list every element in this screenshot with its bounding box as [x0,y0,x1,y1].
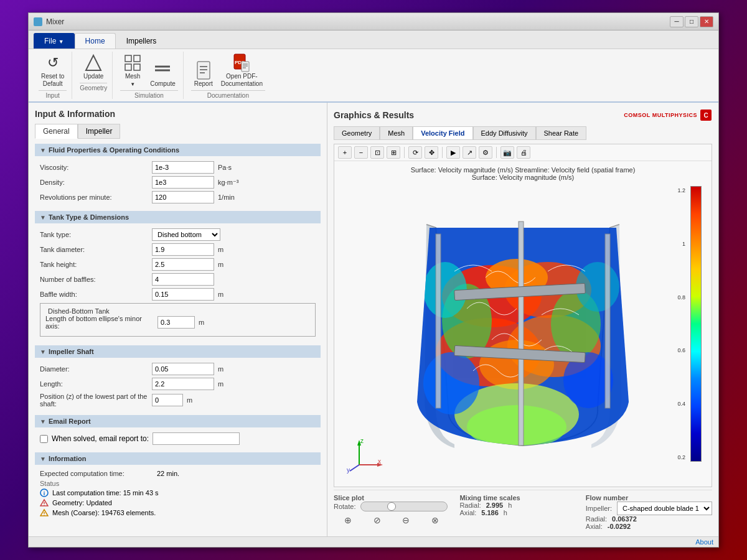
mixing-axial-value: 5.186 [481,509,499,516]
tank-type-select[interactable]: Dished bottom Flat bottom Elliptical bot… [152,228,220,241]
report-button[interactable]: Report [191,59,216,89]
pan-button[interactable]: ✥ [425,146,438,159]
graphics-viewport[interactable]: Surface: Velocity magnitude (m/s) Stream… [334,161,712,487]
svg-rect-2 [134,55,140,62]
shaft-diameter-input[interactable] [152,363,214,375]
computation-time-value: 22 min. [157,470,179,477]
computation-time-label: Expected computation time: [40,470,152,477]
email-report-header[interactable]: ▼ Email Report [35,415,321,427]
reset-to-default-button[interactable]: ↺ Reset toDefault [39,52,67,89]
minimize-button[interactable]: ─ [670,16,684,27]
tank-type-header[interactable]: ▼ Tank Type & Dimensions [35,211,321,223]
baffles-label: Number of baffles: [40,276,152,283]
settings-button[interactable]: ⚙ [479,146,492,159]
gtab-eddy[interactable]: Eddy Diffusivity [473,126,536,140]
ribbon-tab-impellers[interactable]: Impellers [116,33,167,49]
export-button[interactable]: ↗ [463,146,476,159]
density-unit: kg·m⁻³ [218,179,239,187]
fluid-arrow-icon: ▼ [40,147,46,154]
print-button[interactable]: 🖨 [517,146,530,159]
rotate-slider[interactable] [360,502,448,511]
shaft-position-input[interactable] [152,394,183,406]
information-header[interactable]: ▼ Information [35,452,321,465]
tank-diameter-input[interactable] [152,243,214,256]
shaft-length-row: Length: m [40,378,316,390]
slice-icon-4[interactable]: ⊗ [431,515,439,525]
left-panel-tabs: General Impeller [35,124,321,139]
tank-height-input[interactable] [152,258,214,271]
ribbon-tab-home[interactable]: Home [75,33,116,49]
svg-rect-46 [605,234,610,408]
flow-impeller-select[interactable]: C-shaped double blade 1 Rushton turbine [617,502,712,515]
viscosity-input[interactable] [152,161,214,174]
viscosity-unit: Pa·s [218,164,232,171]
gtab-shear[interactable]: Shear Rate [536,126,587,140]
flow-radial-row: Radial: 0.06372 [586,515,712,523]
flow-number-title: Flow number [586,494,712,502]
info-arrow-icon: ▼ [40,455,46,462]
baffle-width-unit: m [218,291,223,298]
ribbon-group-input: ↺ Reset toDefault Input [34,52,72,99]
ribbon-tab-file[interactable]: File ▼ [34,33,75,49]
colorbar: 1.2 1 0.8 0.6 0.4 0.2 [688,186,702,462]
slice-icons: ⊕ ⊘ ⊖ ⊗ [334,514,449,526]
gtab-velocity[interactable]: Velocity Field [413,126,472,140]
tank-height-row: Tank height: m [40,258,316,271]
gtab-mesh[interactable]: Mesh [380,126,413,140]
zoom-in-button[interactable]: + [338,146,352,159]
mesh-icon [123,53,143,73]
slice-icon-3[interactable]: ⊖ [402,515,410,525]
bottom-info: Slice plot Rotate: ⊕ ⊘ ⊖ ⊗ [334,490,712,530]
svg-rect-1 [125,55,131,62]
viscosity-row: Viscosity: Pa·s [40,161,316,174]
about-link[interactable]: About [695,538,713,546]
svg-marker-0 [86,55,101,70]
mixing-axial-label: Axial: [459,509,476,516]
rotate-button[interactable]: ⟳ [408,146,422,159]
tank-type-row: Tank type: Dished bottom Flat bottom Ell… [40,228,316,241]
impeller-shaft-header[interactable]: ▼ Impeller Shaft [35,345,321,358]
svg-point-21 [44,505,45,506]
open-pdf-button[interactable]: PDF Open PDF-Documentation [218,52,265,89]
mesh-button[interactable]: Mesh▼ [120,52,145,89]
maximize-button[interactable]: □ [685,16,698,27]
update-button[interactable]: Update [81,52,106,82]
information-title: Information [49,455,87,462]
svg-text:x: x [378,458,381,465]
density-input[interactable] [152,176,214,189]
ellipse-axis-input[interactable] [157,316,195,329]
compute-button[interactable]: Compute [148,59,178,89]
slice-plot-section: Slice plot Rotate: ⊕ ⊘ ⊖ ⊗ [334,494,449,530]
reset-label: Reset toDefault [41,73,64,88]
zoom-box-button[interactable]: ⊞ [387,146,400,159]
close-button[interactable]: ✕ [700,16,713,27]
status-item-computation: i Last computation time: 15 min 43 s [40,488,316,497]
email-checkbox[interactable] [40,435,48,443]
shaft-length-input[interactable] [152,378,214,390]
rotate-label: Rotate: [334,503,355,510]
shaft-diameter-unit: m [218,365,223,373]
baffles-input[interactable] [152,273,214,286]
gtab-geometry[interactable]: Geometry [334,126,380,140]
slice-icon-2[interactable]: ⊘ [374,515,381,525]
screenshot-button[interactable]: 📷 [500,146,514,159]
mixing-axial-row: Axial: 5.186 h [459,509,575,516]
tab-general[interactable]: General [35,124,78,139]
slice-icon-1[interactable]: ⊕ [344,515,352,525]
computation-time-row: Expected computation time: 22 min. [40,470,316,477]
email-input[interactable] [153,432,240,445]
fluid-properties-header[interactable]: ▼ Fluid Properties & Operating Condition… [35,144,321,156]
rpm-input[interactable] [152,191,214,203]
tank-diameter-unit: m [218,246,223,253]
geometry-status-text: Geometry: Updated [52,499,112,506]
tab-impeller[interactable]: Impeller [78,124,121,139]
flow-axial-label: Axial: [586,523,603,530]
impeller-shaft-title: Impeller Shaft [49,348,94,355]
information-content: Expected computation time: 22 min. Statu… [35,467,321,521]
ribbon-group-geometry: Update Geometry [75,52,113,99]
baffle-width-input[interactable] [152,288,214,301]
app-icon [34,17,42,26]
zoom-fit-button[interactable]: ⊡ [370,146,384,159]
plot-button[interactable]: ▶ [446,146,460,159]
zoom-out-button[interactable]: − [354,146,368,159]
